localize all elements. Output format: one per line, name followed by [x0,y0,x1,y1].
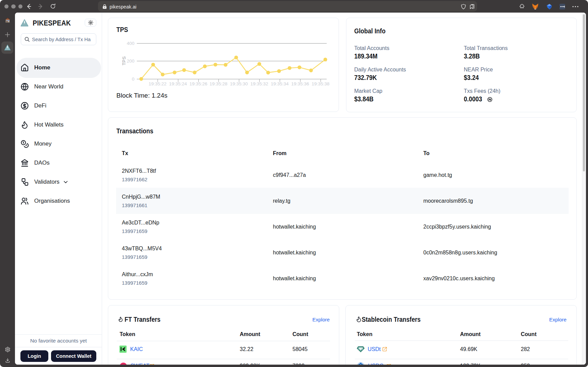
svg-text:19:35:28: 19:35:28 [210,81,228,86]
svg-text:19:35:36: 19:35:36 [291,81,309,86]
svg-text:TPS: TPS [121,56,127,65]
svg-text:19:35:30: 19:35:30 [230,81,248,86]
svg-text:0: 0 [132,77,134,82]
svg-text:19:35:38: 19:35:38 [312,81,330,86]
svg-text:400: 400 [127,41,134,46]
svg-text:19:35:34: 19:35:34 [271,81,289,86]
svg-text:200: 200 [127,59,134,64]
svg-text:19:35:22: 19:35:22 [149,81,167,86]
svg-text:19:35:32: 19:35:32 [250,81,268,86]
svg-text:19:35:24: 19:35:24 [169,81,187,86]
svg-text:19:35:26: 19:35:26 [190,81,208,86]
